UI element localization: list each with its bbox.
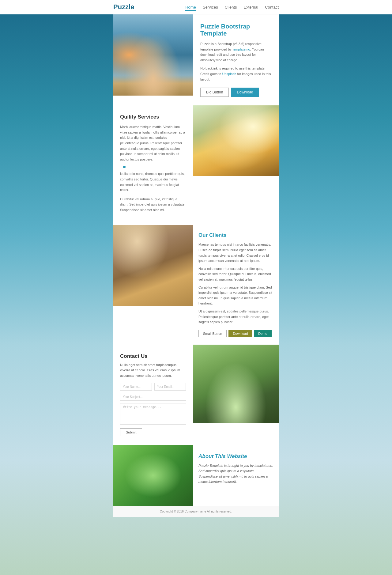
hero-desc2: No backlink is required to use this temp… [200, 66, 271, 82]
small-button[interactable]: Small Button [198, 330, 227, 337]
hero-title: Puzzle Bootstrap Template [200, 23, 271, 37]
download-button-hero[interactable]: Download [231, 88, 258, 97]
clients-desc2: Nulla odio nunc, rhoncus quis porttitor … [198, 266, 273, 282]
contact-desc: Nulla eget sem sit amet turpis tempus vi… [120, 362, 186, 379]
email-input[interactable] [154, 383, 186, 391]
nav-item-services[interactable]: Services [203, 5, 218, 9]
nav-item-contact[interactable]: Contact [265, 5, 279, 9]
bullet-dot [123, 166, 126, 168]
services-title: Quility Services [120, 114, 186, 120]
unsplash-link[interactable]: Unsplash [222, 72, 236, 76]
contact-title: Contact Us [120, 353, 186, 359]
subject-input[interactable] [120, 393, 186, 401]
contact-name-email-row [120, 383, 186, 391]
contact-section: Contact Us Nulla eget sem sit amet turpi… [113, 345, 279, 445]
services-section: Quility Services Morbi auctor tristique … [113, 105, 279, 225]
clients-desc4: Ut a dignissim est, sodales pellentesque… [198, 309, 273, 325]
clients-desc3: Curabitur vel rutrum augue, id tristique… [198, 285, 273, 306]
contact-form: Submit [120, 383, 186, 436]
hero-text-panel: Puzzle Bootstrap Template Puzzle is a Bo… [193, 14, 279, 105]
demo-button[interactable]: Demo [254, 330, 271, 337]
about-desc: Puzzle Template is brought to you by tem… [198, 463, 273, 485]
contact-image [193, 345, 279, 423]
about-section: About This Website Puzzle Template is br… [113, 445, 279, 506]
clients-text-panel: Our Clients Maecenas tempus nisi in arcu… [193, 225, 279, 344]
clients-image [113, 225, 193, 306]
nav-menu: Home Services Clients External Contact [185, 4, 279, 10]
hero-section: Puzzle Bootstrap Template Puzzle is a Bo… [113, 14, 279, 105]
hero-buttons: Big Button Download [200, 88, 271, 97]
services-desc2: Nulla odio nunc, rhoncus quis porttitor … [120, 171, 186, 193]
about-title: About This Website [198, 453, 273, 460]
contact-subject-row [120, 393, 186, 401]
brand-logo[interactable]: Puzzle [113, 3, 134, 11]
clients-title: Our Clients [198, 232, 273, 238]
nav-item-external[interactable]: External [243, 5, 258, 9]
message-textarea[interactable] [120, 403, 186, 425]
hero-desc1: Puzzle is a Bootstrap (v3.3.6) responsiv… [200, 41, 271, 63]
footer-text: Copyright © 2016 Company name All rights… [160, 510, 232, 513]
templatemo-link[interactable]: templatemo [232, 47, 250, 51]
services-desc3: Curabitur vel rutrum augue, id tristique… [120, 197, 186, 213]
navbar: Puzzle Home Services Clients External Co… [0, 0, 392, 14]
services-desc1: Morbi auctor tristique mattis. Vestibulu… [120, 124, 186, 162]
nav-item-home[interactable]: Home [185, 5, 196, 11]
clients-desc1: Maecenas tempus nisi in arcu facilisis v… [198, 242, 273, 263]
contact-form-panel: Contact Us Nulla eget sem sit amet turpi… [113, 345, 193, 445]
submit-button[interactable]: Submit [120, 428, 142, 436]
big-button[interactable]: Big Button [200, 88, 229, 97]
nav-item-clients[interactable]: Clients [225, 5, 237, 9]
footer: Copyright © 2016 Company name All rights… [113, 506, 279, 517]
about-image [113, 445, 193, 506]
clients-buttons: Small Button Download Demo [198, 330, 273, 337]
services-text-panel: Quility Services Morbi auctor tristique … [113, 105, 193, 225]
services-image [193, 105, 279, 176]
download-button-clients[interactable]: Download [228, 330, 252, 337]
about-text-panel: About This Website Puzzle Template is br… [193, 445, 279, 506]
clients-section: Our Clients Maecenas tempus nisi in arcu… [113, 225, 279, 344]
name-input[interactable] [120, 383, 152, 391]
hero-image [113, 14, 193, 96]
